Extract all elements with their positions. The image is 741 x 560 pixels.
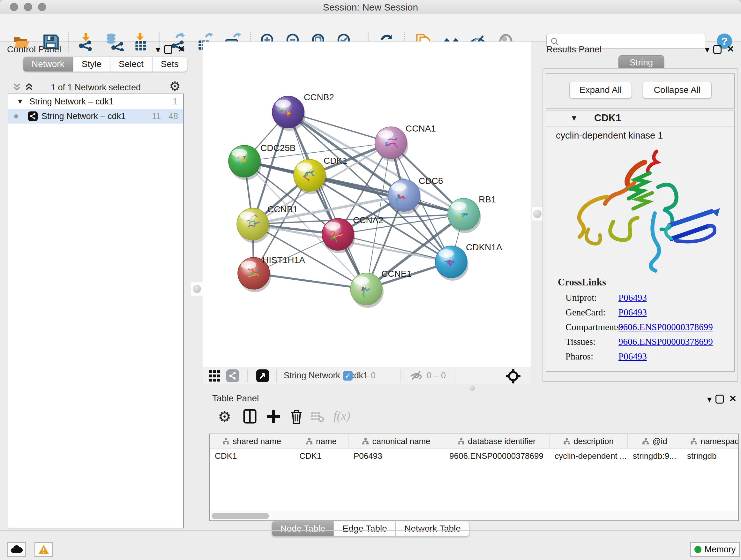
- node-label-CDC6: CDC6: [419, 176, 443, 186]
- column-header-description[interactable]: description: [549, 434, 628, 449]
- node-label-CCNE1: CCNE1: [381, 269, 412, 279]
- expand-triangle-icon[interactable]: ▼: [17, 94, 23, 109]
- table-cell[interactable]: CDK1: [210, 449, 294, 463]
- crosslink-label: Uniprot:: [558, 293, 618, 307]
- network-collection-label: String Network – cdk1: [29, 94, 114, 109]
- table-row[interactable]: CDK1CDK1P064939606.ENSP00000378699cyclin…: [210, 449, 738, 463]
- network-label: String Network – cdk1: [42, 109, 126, 124]
- node-label-RB1: RB1: [479, 194, 496, 204]
- table-cell[interactable]: P06493: [348, 449, 444, 463]
- crosslinks-title: CrossLinks: [558, 276, 730, 288]
- table-body: CDK1CDK1P064939606.ENSP00000378699cyclin…: [210, 449, 738, 463]
- crosslink-link[interactable]: 9606.ENSP00000378699: [618, 322, 713, 336]
- column-header--id[interactable]: @id: [628, 434, 682, 449]
- table-cell[interactable]: cyclin-dependent ...: [549, 449, 628, 463]
- tab-string[interactable]: String: [618, 55, 664, 70]
- delete-column-trash-icon[interactable]: [288, 408, 305, 425]
- column-header-database-identifier[interactable]: database identifier: [444, 434, 549, 449]
- gene-card: ▼ CDK1 cyclin-dependent kinase 1: [546, 110, 735, 372]
- table-options-gear-icon[interactable]: ⚙: [218, 408, 234, 425]
- node-gloss: [439, 249, 454, 258]
- tab-network-table[interactable]: Network Table: [396, 521, 469, 537]
- statusbar-separator: [401, 369, 401, 382]
- node-gloss: [297, 163, 312, 171]
- crosslink-link[interactable]: P06493: [618, 351, 647, 366]
- table-cell[interactable]: stringdb: [682, 449, 739, 463]
- node-gloss: [325, 222, 340, 230]
- left-splitter-button[interactable]: [191, 282, 203, 296]
- divider: [0, 530, 741, 531]
- undock-panel-icon[interactable]: [716, 395, 724, 403]
- tab-edge-table[interactable]: Edge Table: [334, 521, 396, 537]
- gene-card-header[interactable]: ▼ CDK1: [546, 111, 734, 126]
- column-header-name[interactable]: name: [294, 434, 348, 449]
- column-header-canonical-name[interactable]: canonical name: [348, 434, 444, 449]
- network-canvas[interactable]: CCNB2CCNA1CDC25BCDK1CDC6RB1CCNB1CCNA2CDK…: [203, 42, 531, 367]
- node-gloss: [391, 183, 407, 191]
- tab-select[interactable]: Select: [110, 57, 152, 72]
- delete-table-icon[interactable]: [311, 408, 325, 425]
- results-panel-title: Results Panel: [546, 44, 602, 55]
- network-row-selected[interactable]: String Network – cdk1 11 48: [8, 109, 183, 124]
- warning-icon: [38, 545, 49, 554]
- gene-symbol: CDK1: [594, 112, 621, 124]
- bottom-splitter-button[interactable]: [467, 385, 477, 391]
- tab-sets[interactable]: Sets: [152, 57, 187, 72]
- open-in-window-icon[interactable]: [256, 369, 269, 382]
- node-table: shared namenamecanonical namedatabase id…: [209, 434, 739, 521]
- function-builder-icon[interactable]: f(x): [333, 409, 350, 423]
- network-options-gear-icon[interactable]: ⚙: [169, 79, 181, 94]
- hidden-eye-slash-icon[interactable]: [409, 371, 423, 381]
- cloud-services-button[interactable]: [7, 542, 26, 557]
- node-label-CDK1: CDK1: [324, 156, 347, 166]
- float-panel-icon[interactable]: ▾: [156, 44, 160, 55]
- divider: [0, 539, 741, 539]
- hidden-node-edge-counts: 0 – 0: [427, 371, 446, 381]
- scrollbar-thumb[interactable]: [212, 513, 269, 519]
- node-position-reset-icon[interactable]: [506, 369, 521, 383]
- node-label-HIST1H1A: HIST1H1A: [262, 255, 305, 265]
- right-splitter-button[interactable]: [532, 207, 543, 221]
- crosslink-label: Tissues:: [558, 336, 618, 351]
- node-gloss: [240, 212, 255, 220]
- collapse-all-button[interactable]: Collapse All: [643, 82, 712, 98]
- table-horizontal-scrollbar[interactable]: [210, 511, 738, 520]
- undock-panel-icon[interactable]: [164, 45, 172, 54]
- warnings-button[interactable]: [35, 542, 53, 557]
- show-columns-icon[interactable]: [242, 408, 258, 425]
- node-label-CDC25B: CDC25B: [260, 143, 295, 153]
- results-panel: Results Panel ▾ ✕ String Expand All Coll…: [542, 43, 739, 382]
- close-panel-icon[interactable]: ✕: [727, 44, 734, 54]
- birds-eye-view-icon[interactable]: [209, 370, 220, 382]
- current-network-title: String Network – cdk1: [284, 371, 368, 381]
- undock-panel-icon[interactable]: [713, 45, 722, 54]
- table-cell[interactable]: 9606.ENSP00000378699: [444, 449, 549, 463]
- selected-checkbox-icon[interactable]: ✓: [343, 371, 353, 381]
- node-label-CCNB2: CCNB2: [304, 92, 334, 102]
- column-header-shared-name[interactable]: shared name: [210, 434, 294, 449]
- close-panel-icon[interactable]: ✕: [729, 393, 737, 404]
- node-label-CCNA1: CCNA1: [406, 124, 436, 133]
- node-count: 11: [152, 109, 161, 124]
- close-panel-icon[interactable]: ✕: [178, 44, 185, 54]
- crosslink-link[interactable]: P06493: [618, 293, 647, 307]
- add-column-icon[interactable]: [265, 408, 282, 425]
- network-collection-row[interactable]: ▼ String Network – cdk1 1: [8, 94, 183, 109]
- string-network-badge-icon[interactable]: [226, 369, 239, 382]
- float-panel-icon[interactable]: ▾: [707, 394, 712, 405]
- gene-description: cyclin-dependent kinase 1: [556, 130, 663, 141]
- table-cell[interactable]: CDK1: [294, 449, 348, 463]
- crosslink-link[interactable]: P06493: [618, 307, 647, 322]
- expand-all-button[interactable]: Expand All: [569, 82, 632, 98]
- tab-node-table[interactable]: Node Table: [272, 521, 334, 537]
- tab-network[interactable]: Network: [23, 57, 73, 72]
- main-toolbar: ?: [0, 14, 741, 42]
- float-panel-icon[interactable]: ▾: [705, 44, 710, 55]
- crosslink-link[interactable]: 9606.ENSP00000378699: [618, 336, 713, 351]
- column-header-namespace[interactable]: namespace: [682, 434, 739, 449]
- tab-style[interactable]: Style: [73, 57, 110, 72]
- memory-button[interactable]: Memory: [690, 542, 740, 557]
- collapse-triangle-icon[interactable]: ▼: [570, 114, 578, 123]
- node-label-CCNA2: CCNA2: [353, 215, 383, 225]
- table-cell[interactable]: stringdb:9...: [628, 449, 682, 463]
